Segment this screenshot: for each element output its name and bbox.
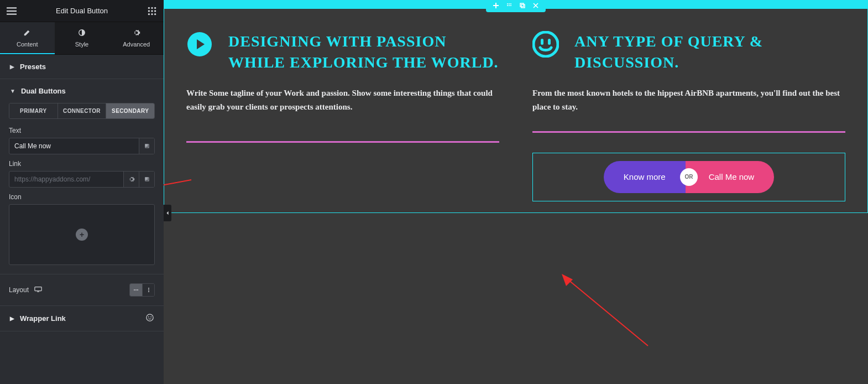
dual-button: Know more OR Call Me now: [604, 161, 774, 193]
svg-line-40: [568, 279, 648, 346]
icon-picker[interactable]: +: [9, 204, 155, 265]
svg-rect-2: [7, 13, 17, 14]
button-subtabs: PRIMARY CONNECTOR SECONDARY: [9, 103, 155, 119]
subtab-secondary[interactable]: SECONDARY: [106, 103, 154, 118]
primary-button[interactable]: Know more: [604, 161, 686, 193]
link-label: Link: [9, 160, 155, 168]
link-input-row: [9, 171, 155, 188]
caret-right-icon: ▶: [10, 64, 14, 70]
tab-label: Advanced: [123, 41, 150, 48]
svg-point-17: [134, 289, 135, 290]
section-top-bar: [164, 0, 868, 9]
svg-point-25: [150, 316, 151, 318]
layout-stack-button[interactable]: [142, 284, 154, 296]
svg-rect-32: [520, 3, 524, 7]
tab-style[interactable]: Style: [55, 22, 109, 54]
svg-rect-14: [145, 177, 148, 180]
editor-sidebar: Edit Dual Button Content Style Advanced …: [0, 0, 164, 384]
svg-point-5: [154, 7, 156, 8]
svg-point-4: [151, 7, 153, 8]
svg-point-29: [507, 5, 508, 6]
svg-point-21: [148, 289, 149, 290]
svg-point-28: [510, 3, 511, 4]
icon-label: Icon: [9, 193, 155, 201]
dual-buttons-header[interactable]: ▼ Dual Buttons: [0, 79, 164, 103]
editor-canvas: DESIGNING WITH PASSION WHILE EXPLORING T…: [164, 0, 868, 384]
layout-label: Layout: [9, 286, 29, 294]
svg-marker-41: [562, 274, 573, 286]
tab-label: Style: [75, 41, 88, 48]
play-icon: [186, 31, 213, 60]
gear-icon: [133, 29, 140, 38]
contrast-icon: [78, 29, 86, 38]
svg-point-23: [147, 314, 153, 321]
tab-advanced[interactable]: Advanced: [109, 22, 164, 54]
svg-rect-37: [548, 39, 551, 45]
tab-content[interactable]: Content: [0, 22, 55, 54]
svg-rect-0: [7, 7, 17, 8]
panel-tabs: Content Style Advanced: [0, 22, 164, 55]
column-right[interactable]: ANY TYPE OF QUERY & DISCUSSION. From the…: [532, 31, 845, 201]
svg-point-3: [148, 7, 150, 8]
svg-point-10: [151, 13, 153, 14]
layout-controls: [129, 283, 155, 297]
link-dynamic-button[interactable]: [139, 172, 154, 187]
svg-point-9: [148, 13, 150, 14]
layout-inline-button[interactable]: [130, 284, 142, 296]
tab-label: Content: [17, 41, 38, 48]
section-content[interactable]: DESIGNING WITH PASSION WHILE EXPLORING T…: [164, 9, 868, 213]
svg-point-27: [509, 3, 510, 4]
svg-point-35: [534, 32, 558, 56]
svg-point-31: [510, 5, 511, 6]
connector-badge: OR: [680, 168, 698, 186]
smile-icon: [532, 31, 559, 60]
right-title: ANY TYPE OF QUERY & DISCUSSION.: [574, 31, 845, 73]
svg-rect-33: [521, 4, 525, 8]
collapse-panel-button[interactable]: [164, 205, 171, 221]
caret-right-icon: ▶: [10, 315, 14, 321]
wrapper-link-header[interactable]: ▶ Wrapper Link: [0, 306, 164, 331]
svg-rect-15: [35, 287, 41, 290]
happy-icon: [146, 314, 154, 323]
section-layout: Layout: [0, 274, 164, 306]
section-presets: ▶ Presets: [0, 55, 164, 79]
section-title: Dual Buttons: [21, 87, 66, 95]
column-left[interactable]: DESIGNING WITH PASSION WHILE EXPLORING T…: [186, 31, 499, 201]
desktop-icon[interactable]: [34, 286, 42, 295]
caret-down-icon: ▼: [10, 88, 15, 94]
svg-point-24: [148, 316, 149, 318]
svg-rect-36: [541, 39, 543, 45]
sidebar-header: Edit Dual Button: [0, 0, 164, 22]
menu-icon[interactable]: [7, 6, 17, 16]
divider: [186, 141, 499, 143]
dual-button-widget[interactable]: Know more OR Call Me now: [532, 153, 845, 201]
svg-point-20: [148, 288, 149, 289]
panel-title: Edit Dual Button: [56, 7, 108, 15]
columns: DESIGNING WITH PASSION WHILE EXPLORING T…: [186, 31, 845, 201]
annotation-arrow: [560, 274, 659, 354]
link-options-button[interactable]: [123, 172, 139, 187]
text-input-row: [9, 138, 155, 154]
text-input[interactable]: [9, 138, 139, 154]
right-text: From the most known hotels to the hippes…: [532, 86, 845, 115]
left-title: DESIGNING WITH PASSION WHILE EXPLORING T…: [228, 31, 499, 73]
svg-point-19: [137, 289, 138, 290]
link-input[interactable]: [9, 172, 123, 187]
divider: [532, 131, 845, 133]
subtab-connector[interactable]: CONNECTOR: [57, 103, 106, 118]
svg-point-22: [148, 291, 149, 292]
secondary-button[interactable]: Call Me now: [686, 161, 775, 193]
svg-rect-13: [145, 144, 148, 147]
widgets-grid-icon[interactable]: [147, 6, 157, 16]
section-dual-buttons: ▼ Dual Buttons PRIMARY CONNECTOR SECONDA…: [0, 79, 164, 274]
svg-point-7: [151, 10, 153, 12]
subtab-primary[interactable]: PRIMARY: [9, 103, 57, 118]
svg-rect-16: [37, 291, 39, 292]
add-icon[interactable]: +: [76, 229, 88, 241]
presets-header[interactable]: ▶ Presets: [0, 55, 164, 79]
svg-point-26: [507, 3, 508, 4]
dynamic-tags-button[interactable]: [139, 138, 154, 154]
svg-rect-1: [7, 10, 17, 11]
pencil-icon: [23, 29, 31, 38]
svg-point-30: [509, 5, 510, 6]
